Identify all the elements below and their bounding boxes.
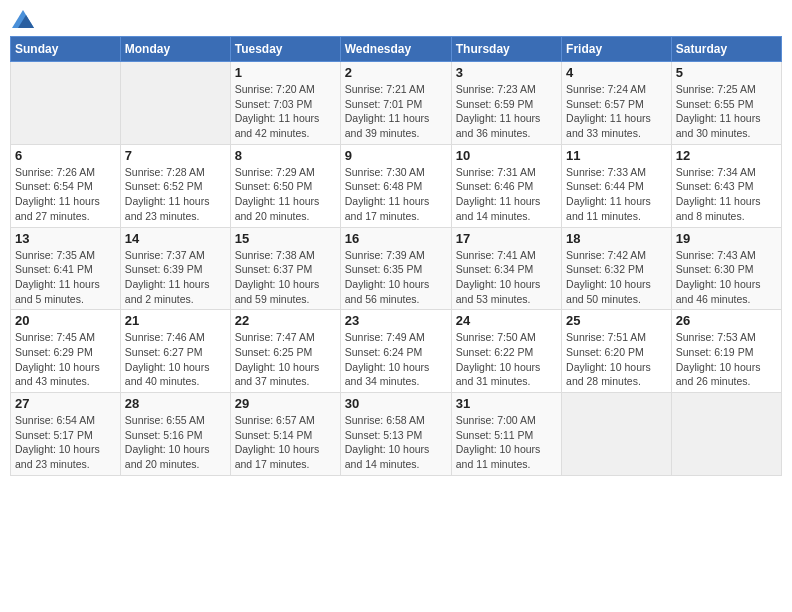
calendar-cell: 14Sunrise: 7:37 AM Sunset: 6:39 PM Dayli… bbox=[120, 227, 230, 310]
day-number: 7 bbox=[125, 148, 226, 163]
day-number: 11 bbox=[566, 148, 667, 163]
calendar-cell: 3Sunrise: 7:23 AM Sunset: 6:59 PM Daylig… bbox=[451, 62, 561, 145]
calendar-cell: 30Sunrise: 6:58 AM Sunset: 5:13 PM Dayli… bbox=[340, 393, 451, 476]
calendar-cell: 9Sunrise: 7:30 AM Sunset: 6:48 PM Daylig… bbox=[340, 144, 451, 227]
day-number: 9 bbox=[345, 148, 447, 163]
calendar-cell: 16Sunrise: 7:39 AM Sunset: 6:35 PM Dayli… bbox=[340, 227, 451, 310]
calendar-cell: 28Sunrise: 6:55 AM Sunset: 5:16 PM Dayli… bbox=[120, 393, 230, 476]
day-info: Sunrise: 6:58 AM Sunset: 5:13 PM Dayligh… bbox=[345, 413, 447, 472]
page-header bbox=[10, 10, 782, 28]
calendar-cell: 31Sunrise: 7:00 AM Sunset: 5:11 PM Dayli… bbox=[451, 393, 561, 476]
day-info: Sunrise: 7:35 AM Sunset: 6:41 PM Dayligh… bbox=[15, 248, 116, 307]
calendar-cell: 17Sunrise: 7:41 AM Sunset: 6:34 PM Dayli… bbox=[451, 227, 561, 310]
day-number: 16 bbox=[345, 231, 447, 246]
calendar-week-row: 1Sunrise: 7:20 AM Sunset: 7:03 PM Daylig… bbox=[11, 62, 782, 145]
day-number: 15 bbox=[235, 231, 336, 246]
day-number: 26 bbox=[676, 313, 777, 328]
header-thursday: Thursday bbox=[451, 37, 561, 62]
day-info: Sunrise: 7:39 AM Sunset: 6:35 PM Dayligh… bbox=[345, 248, 447, 307]
logo-icon bbox=[12, 10, 34, 28]
calendar-cell: 23Sunrise: 7:49 AM Sunset: 6:24 PM Dayli… bbox=[340, 310, 451, 393]
day-info: Sunrise: 7:37 AM Sunset: 6:39 PM Dayligh… bbox=[125, 248, 226, 307]
day-number: 10 bbox=[456, 148, 557, 163]
calendar-cell: 8Sunrise: 7:29 AM Sunset: 6:50 PM Daylig… bbox=[230, 144, 340, 227]
day-number: 12 bbox=[676, 148, 777, 163]
calendar-cell: 7Sunrise: 7:28 AM Sunset: 6:52 PM Daylig… bbox=[120, 144, 230, 227]
day-number: 4 bbox=[566, 65, 667, 80]
day-info: Sunrise: 7:30 AM Sunset: 6:48 PM Dayligh… bbox=[345, 165, 447, 224]
day-info: Sunrise: 7:49 AM Sunset: 6:24 PM Dayligh… bbox=[345, 330, 447, 389]
day-info: Sunrise: 7:38 AM Sunset: 6:37 PM Dayligh… bbox=[235, 248, 336, 307]
day-number: 21 bbox=[125, 313, 226, 328]
day-info: Sunrise: 7:51 AM Sunset: 6:20 PM Dayligh… bbox=[566, 330, 667, 389]
day-info: Sunrise: 7:29 AM Sunset: 6:50 PM Dayligh… bbox=[235, 165, 336, 224]
calendar-cell: 25Sunrise: 7:51 AM Sunset: 6:20 PM Dayli… bbox=[562, 310, 672, 393]
header-tuesday: Tuesday bbox=[230, 37, 340, 62]
calendar-cell: 22Sunrise: 7:47 AM Sunset: 6:25 PM Dayli… bbox=[230, 310, 340, 393]
day-info: Sunrise: 7:24 AM Sunset: 6:57 PM Dayligh… bbox=[566, 82, 667, 141]
day-number: 17 bbox=[456, 231, 557, 246]
day-number: 22 bbox=[235, 313, 336, 328]
header-saturday: Saturday bbox=[671, 37, 781, 62]
calendar-cell bbox=[120, 62, 230, 145]
calendar-table: SundayMondayTuesdayWednesdayThursdayFrid… bbox=[10, 36, 782, 476]
day-number: 8 bbox=[235, 148, 336, 163]
calendar-cell: 12Sunrise: 7:34 AM Sunset: 6:43 PM Dayli… bbox=[671, 144, 781, 227]
day-info: Sunrise: 7:21 AM Sunset: 7:01 PM Dayligh… bbox=[345, 82, 447, 141]
calendar-cell: 10Sunrise: 7:31 AM Sunset: 6:46 PM Dayli… bbox=[451, 144, 561, 227]
day-info: Sunrise: 6:57 AM Sunset: 5:14 PM Dayligh… bbox=[235, 413, 336, 472]
day-info: Sunrise: 7:41 AM Sunset: 6:34 PM Dayligh… bbox=[456, 248, 557, 307]
calendar-week-row: 20Sunrise: 7:45 AM Sunset: 6:29 PM Dayli… bbox=[11, 310, 782, 393]
calendar-cell bbox=[11, 62, 121, 145]
calendar-header-row: SundayMondayTuesdayWednesdayThursdayFrid… bbox=[11, 37, 782, 62]
day-number: 28 bbox=[125, 396, 226, 411]
day-number: 5 bbox=[676, 65, 777, 80]
calendar-cell: 21Sunrise: 7:46 AM Sunset: 6:27 PM Dayli… bbox=[120, 310, 230, 393]
calendar-cell: 20Sunrise: 7:45 AM Sunset: 6:29 PM Dayli… bbox=[11, 310, 121, 393]
day-number: 24 bbox=[456, 313, 557, 328]
day-info: Sunrise: 7:53 AM Sunset: 6:19 PM Dayligh… bbox=[676, 330, 777, 389]
day-number: 31 bbox=[456, 396, 557, 411]
day-info: Sunrise: 7:26 AM Sunset: 6:54 PM Dayligh… bbox=[15, 165, 116, 224]
day-number: 3 bbox=[456, 65, 557, 80]
day-number: 13 bbox=[15, 231, 116, 246]
day-number: 27 bbox=[15, 396, 116, 411]
header-sunday: Sunday bbox=[11, 37, 121, 62]
header-monday: Monday bbox=[120, 37, 230, 62]
calendar-cell bbox=[671, 393, 781, 476]
day-number: 2 bbox=[345, 65, 447, 80]
day-number: 25 bbox=[566, 313, 667, 328]
day-number: 6 bbox=[15, 148, 116, 163]
day-number: 18 bbox=[566, 231, 667, 246]
calendar-cell: 15Sunrise: 7:38 AM Sunset: 6:37 PM Dayli… bbox=[230, 227, 340, 310]
day-info: Sunrise: 7:28 AM Sunset: 6:52 PM Dayligh… bbox=[125, 165, 226, 224]
day-info: Sunrise: 7:43 AM Sunset: 6:30 PM Dayligh… bbox=[676, 248, 777, 307]
day-info: Sunrise: 7:20 AM Sunset: 7:03 PM Dayligh… bbox=[235, 82, 336, 141]
day-info: Sunrise: 7:25 AM Sunset: 6:55 PM Dayligh… bbox=[676, 82, 777, 141]
day-number: 1 bbox=[235, 65, 336, 80]
calendar-cell: 4Sunrise: 7:24 AM Sunset: 6:57 PM Daylig… bbox=[562, 62, 672, 145]
day-number: 30 bbox=[345, 396, 447, 411]
day-number: 20 bbox=[15, 313, 116, 328]
day-info: Sunrise: 6:54 AM Sunset: 5:17 PM Dayligh… bbox=[15, 413, 116, 472]
calendar-cell: 26Sunrise: 7:53 AM Sunset: 6:19 PM Dayli… bbox=[671, 310, 781, 393]
day-info: Sunrise: 7:46 AM Sunset: 6:27 PM Dayligh… bbox=[125, 330, 226, 389]
day-info: Sunrise: 7:42 AM Sunset: 6:32 PM Dayligh… bbox=[566, 248, 667, 307]
calendar-cell: 5Sunrise: 7:25 AM Sunset: 6:55 PM Daylig… bbox=[671, 62, 781, 145]
day-number: 14 bbox=[125, 231, 226, 246]
calendar-cell: 27Sunrise: 6:54 AM Sunset: 5:17 PM Dayli… bbox=[11, 393, 121, 476]
day-info: Sunrise: 7:33 AM Sunset: 6:44 PM Dayligh… bbox=[566, 165, 667, 224]
calendar-cell: 1Sunrise: 7:20 AM Sunset: 7:03 PM Daylig… bbox=[230, 62, 340, 145]
day-number: 23 bbox=[345, 313, 447, 328]
header-wednesday: Wednesday bbox=[340, 37, 451, 62]
calendar-week-row: 13Sunrise: 7:35 AM Sunset: 6:41 PM Dayli… bbox=[11, 227, 782, 310]
calendar-cell: 6Sunrise: 7:26 AM Sunset: 6:54 PM Daylig… bbox=[11, 144, 121, 227]
calendar-cell: 11Sunrise: 7:33 AM Sunset: 6:44 PM Dayli… bbox=[562, 144, 672, 227]
day-info: Sunrise: 7:50 AM Sunset: 6:22 PM Dayligh… bbox=[456, 330, 557, 389]
calendar-cell: 29Sunrise: 6:57 AM Sunset: 5:14 PM Dayli… bbox=[230, 393, 340, 476]
logo bbox=[10, 10, 34, 28]
calendar-cell: 2Sunrise: 7:21 AM Sunset: 7:01 PM Daylig… bbox=[340, 62, 451, 145]
day-number: 19 bbox=[676, 231, 777, 246]
header-friday: Friday bbox=[562, 37, 672, 62]
day-info: Sunrise: 7:00 AM Sunset: 5:11 PM Dayligh… bbox=[456, 413, 557, 472]
